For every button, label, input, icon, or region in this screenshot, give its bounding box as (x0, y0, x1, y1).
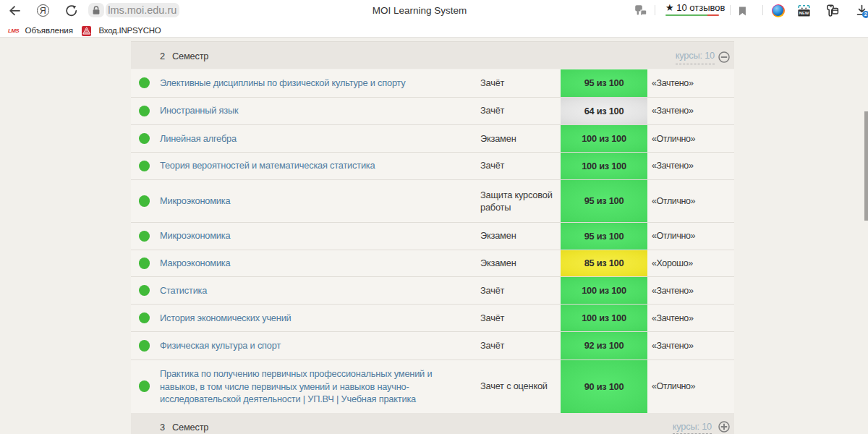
svg-text:NEW: NEW (799, 11, 809, 15)
